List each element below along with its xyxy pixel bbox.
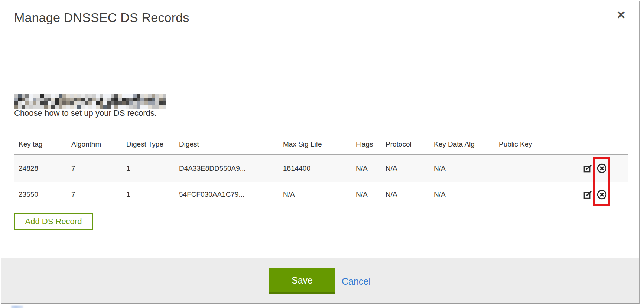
cell-key-tag: 23550 <box>14 190 67 199</box>
delete-record-icon[interactable] <box>596 189 607 200</box>
cell-digest: D4A33E8DD550A9... <box>175 164 279 173</box>
cancel-button[interactable]: Cancel <box>342 268 371 294</box>
col-header-public-key: Public Key <box>494 140 576 148</box>
col-header-max-sig-life: Max Sig Life <box>279 140 351 148</box>
cell-flags: N/A <box>351 190 381 199</box>
edit-record-icon[interactable] <box>582 189 593 200</box>
col-header-algorithm: Algorithm <box>67 140 122 148</box>
cell-max-sig-life: N/A <box>279 190 351 199</box>
save-button[interactable]: Save <box>269 268 335 294</box>
edit-record-icon[interactable] <box>582 163 593 174</box>
cell-max-sig-life: 1814400 <box>279 164 351 173</box>
table-row: 24828 7 1 D4A33E8DD550A9... 1814400 N/A … <box>14 155 628 182</box>
col-header-digest-type: Digest Type <box>122 140 175 148</box>
col-header-key-tag: Key tag <box>14 140 67 148</box>
cell-flags: N/A <box>351 164 381 173</box>
redacted-domain-name <box>14 94 166 109</box>
add-ds-record-button[interactable]: Add DS Record <box>14 213 93 230</box>
close-icon[interactable]: ✕ <box>617 10 626 21</box>
col-header-protocol: Protocol <box>381 140 429 148</box>
cell-key-tag: 24828 <box>14 164 67 173</box>
col-header-flags: Flags <box>351 140 381 148</box>
table-header-row: Key tag Algorithm Digest Type Digest Max… <box>14 134 628 155</box>
instruction-text: Choose how to set up your DS records. <box>14 108 157 118</box>
col-header-key-data-alg: Key Data Alg <box>429 140 494 148</box>
modal-footer: Save Cancel <box>1 258 639 303</box>
dnssec-modal: Manage DNSSEC DS Records ✕ Choose how to… <box>1 1 640 304</box>
cell-digest-type: 1 <box>122 164 175 173</box>
cell-protocol: N/A <box>381 190 429 199</box>
cell-algorithm: 7 <box>67 164 122 173</box>
cell-digest-type: 1 <box>122 190 175 199</box>
cell-digest: 54FCF030AA1C79... <box>175 190 279 199</box>
page-title: Manage DNSSEC DS Records <box>14 10 189 25</box>
ds-records-table: Key tag Algorithm Digest Type Digest Max… <box>14 134 628 207</box>
row-actions <box>576 163 628 174</box>
cell-protocol: N/A <box>381 164 429 173</box>
col-header-digest: Digest <box>175 140 279 148</box>
delete-record-icon[interactable] <box>596 163 607 174</box>
cell-key-data-alg: N/A <box>429 190 494 199</box>
cell-key-data-alg: N/A <box>429 164 494 173</box>
cell-algorithm: 7 <box>67 190 122 199</box>
table-row: 23550 7 1 54FCF030AA1C79... N/A N/A N/A … <box>14 182 628 207</box>
background-page-sliver <box>11 306 23 308</box>
row-actions <box>576 189 628 200</box>
